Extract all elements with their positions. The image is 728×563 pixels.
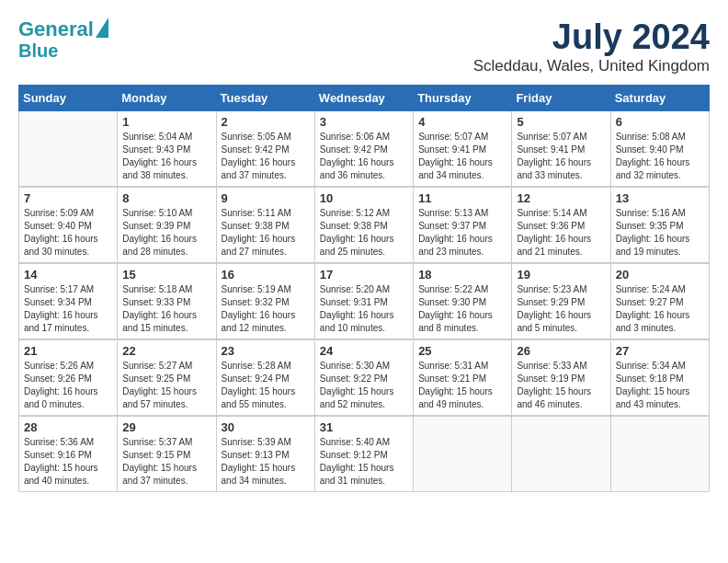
day-number: 5	[517, 115, 605, 129]
calendar-day-cell: 25Sunrise: 5:31 AM Sunset: 9:21 PM Dayli…	[414, 339, 512, 416]
calendar-day-cell: 15Sunrise: 5:18 AM Sunset: 9:33 PM Dayli…	[118, 263, 216, 339]
day-number: 9	[222, 191, 310, 205]
calendar-header-row: SundayMondayTuesdayWednesdayThursdayFrid…	[19, 85, 710, 110]
calendar-day-cell	[414, 416, 512, 492]
calendar-day-cell: 13Sunrise: 5:16 AM Sunset: 9:35 PM Dayli…	[610, 187, 709, 263]
day-info: Sunrise: 5:20 AM Sunset: 9:31 PM Dayligh…	[320, 283, 408, 335]
day-number: 6	[616, 115, 704, 129]
calendar-day-cell: 18Sunrise: 5:22 AM Sunset: 9:30 PM Dayli…	[414, 263, 512, 339]
calendar-week-row: 14Sunrise: 5:17 AM Sunset: 9:34 PM Dayli…	[19, 263, 710, 339]
day-number: 13	[616, 191, 704, 205]
day-info: Sunrise: 5:26 AM Sunset: 9:26 PM Dayligh…	[24, 360, 112, 411]
day-info: Sunrise: 5:17 AM Sunset: 9:34 PM Dayligh…	[24, 283, 112, 335]
calendar-day-cell: 12Sunrise: 5:14 AM Sunset: 9:36 PM Dayli…	[512, 187, 610, 263]
calendar-day-cell: 1Sunrise: 5:04 AM Sunset: 9:43 PM Daylig…	[118, 110, 216, 187]
day-number: 30	[222, 420, 310, 434]
calendar-day-cell: 9Sunrise: 5:11 AM Sunset: 9:38 PM Daylig…	[216, 187, 314, 263]
calendar-day-header: Wednesday	[314, 85, 413, 110]
day-info: Sunrise: 5:12 AM Sunset: 9:38 PM Dayligh…	[320, 207, 408, 259]
calendar-day-cell: 20Sunrise: 5:24 AM Sunset: 9:27 PM Dayli…	[610, 263, 709, 339]
day-number: 21	[24, 344, 112, 358]
day-number: 15	[122, 268, 210, 282]
calendar-day-cell: 31Sunrise: 5:40 AM Sunset: 9:12 PM Dayli…	[314, 416, 413, 492]
calendar-week-row: 28Sunrise: 5:36 AM Sunset: 9:16 PM Dayli…	[19, 416, 710, 492]
calendar-day-cell: 16Sunrise: 5:19 AM Sunset: 9:32 PM Dayli…	[216, 263, 314, 339]
day-info: Sunrise: 5:14 AM Sunset: 9:36 PM Dayligh…	[517, 207, 605, 259]
calendar-day-header: Monday	[118, 85, 216, 110]
calendar-day-header: Sunday	[19, 85, 118, 110]
calendar-week-row: 7Sunrise: 5:09 AM Sunset: 9:40 PM Daylig…	[19, 187, 710, 263]
day-number: 31	[320, 420, 408, 434]
calendar-week-row: 1Sunrise: 5:04 AM Sunset: 9:43 PM Daylig…	[19, 110, 710, 187]
calendar-day-header: Saturday	[610, 85, 709, 110]
day-number: 4	[418, 115, 506, 129]
day-info: Sunrise: 5:33 AM Sunset: 9:19 PM Dayligh…	[517, 360, 605, 411]
calendar-day-cell: 8Sunrise: 5:10 AM Sunset: 9:39 PM Daylig…	[118, 187, 216, 263]
day-number: 20	[616, 268, 704, 282]
day-info: Sunrise: 5:23 AM Sunset: 9:29 PM Dayligh…	[517, 283, 605, 335]
day-number: 8	[122, 191, 210, 205]
day-info: Sunrise: 5:16 AM Sunset: 9:35 PM Dayligh…	[616, 207, 704, 259]
calendar-day-cell	[512, 416, 610, 492]
day-info: Sunrise: 5:10 AM Sunset: 9:39 PM Dayligh…	[122, 207, 210, 259]
day-info: Sunrise: 5:37 AM Sunset: 9:15 PM Dayligh…	[122, 436, 210, 488]
calendar-day-cell: 7Sunrise: 5:09 AM Sunset: 9:40 PM Daylig…	[19, 187, 118, 263]
day-info: Sunrise: 5:34 AM Sunset: 9:18 PM Dayligh…	[616, 360, 704, 411]
day-number: 24	[320, 344, 408, 358]
month-title: July 2024	[473, 18, 710, 57]
calendar-day-cell	[19, 110, 118, 187]
day-number: 7	[24, 191, 112, 205]
day-info: Sunrise: 5:05 AM Sunset: 9:42 PM Dayligh…	[222, 131, 310, 182]
day-info: Sunrise: 5:08 AM Sunset: 9:40 PM Dayligh…	[616, 131, 704, 182]
day-number: 22	[122, 344, 210, 358]
calendar-day-cell: 21Sunrise: 5:26 AM Sunset: 9:26 PM Dayli…	[19, 339, 118, 416]
calendar-day-cell: 28Sunrise: 5:36 AM Sunset: 9:16 PM Dayli…	[19, 416, 118, 492]
day-info: Sunrise: 5:39 AM Sunset: 9:13 PM Dayligh…	[222, 436, 310, 488]
day-number: 1	[122, 115, 210, 129]
calendar-day-cell: 29Sunrise: 5:37 AM Sunset: 9:15 PM Dayli…	[118, 416, 216, 492]
calendar-week-row: 21Sunrise: 5:26 AM Sunset: 9:26 PM Dayli…	[19, 339, 710, 416]
logo-triangle-icon	[96, 17, 108, 38]
day-info: Sunrise: 5:07 AM Sunset: 9:41 PM Dayligh…	[418, 131, 506, 182]
day-number: 3	[320, 115, 408, 129]
calendar-day-cell: 14Sunrise: 5:17 AM Sunset: 9:34 PM Dayli…	[19, 263, 118, 339]
title-block: July 2024 Scleddau, Wales, United Kingdo…	[473, 18, 710, 75]
day-number: 28	[24, 420, 112, 434]
day-info: Sunrise: 5:27 AM Sunset: 9:25 PM Dayligh…	[122, 360, 210, 411]
day-info: Sunrise: 5:28 AM Sunset: 9:24 PM Dayligh…	[222, 360, 310, 411]
calendar-day-cell: 26Sunrise: 5:33 AM Sunset: 9:19 PM Dayli…	[512, 339, 610, 416]
calendar-day-cell: 10Sunrise: 5:12 AM Sunset: 9:38 PM Dayli…	[314, 187, 413, 263]
day-info: Sunrise: 5:40 AM Sunset: 9:12 PM Dayligh…	[320, 436, 408, 488]
calendar-day-cell: 30Sunrise: 5:39 AM Sunset: 9:13 PM Dayli…	[216, 416, 314, 492]
day-number: 2	[222, 115, 310, 129]
logo-blue-text: Blue	[18, 40, 58, 61]
day-number: 11	[418, 191, 506, 205]
calendar-day-cell	[610, 416, 709, 492]
day-info: Sunrise: 5:06 AM Sunset: 9:42 PM Dayligh…	[320, 131, 408, 182]
calendar-day-header: Thursday	[414, 85, 512, 110]
calendar-day-header: Tuesday	[216, 85, 314, 110]
calendar-table: SundayMondayTuesdayWednesdayThursdayFrid…	[18, 85, 710, 492]
day-info: Sunrise: 5:30 AM Sunset: 9:22 PM Dayligh…	[320, 360, 408, 411]
day-number: 14	[24, 268, 112, 282]
day-info: Sunrise: 5:19 AM Sunset: 9:32 PM Dayligh…	[222, 283, 310, 335]
day-info: Sunrise: 5:31 AM Sunset: 9:21 PM Dayligh…	[418, 360, 506, 411]
day-info: Sunrise: 5:24 AM Sunset: 9:27 PM Dayligh…	[616, 283, 704, 335]
day-number: 18	[418, 268, 506, 282]
day-info: Sunrise: 5:36 AM Sunset: 9:16 PM Dayligh…	[24, 436, 112, 488]
day-number: 25	[418, 344, 506, 358]
calendar-day-cell: 17Sunrise: 5:20 AM Sunset: 9:31 PM Dayli…	[314, 263, 413, 339]
day-number: 17	[320, 268, 408, 282]
day-number: 16	[222, 268, 310, 282]
calendar-day-header: Friday	[512, 85, 610, 110]
day-info: Sunrise: 5:04 AM Sunset: 9:43 PM Dayligh…	[122, 131, 210, 182]
calendar-day-cell: 22Sunrise: 5:27 AM Sunset: 9:25 PM Dayli…	[118, 339, 216, 416]
calendar-day-cell: 2Sunrise: 5:05 AM Sunset: 9:42 PM Daylig…	[216, 110, 314, 187]
calendar-day-cell: 3Sunrise: 5:06 AM Sunset: 9:42 PM Daylig…	[314, 110, 413, 187]
logo-text: General	[18, 18, 94, 40]
calendar-day-cell: 24Sunrise: 5:30 AM Sunset: 9:22 PM Dayli…	[314, 339, 413, 416]
calendar-day-cell: 11Sunrise: 5:13 AM Sunset: 9:37 PM Dayli…	[414, 187, 512, 263]
day-number: 23	[222, 344, 310, 358]
logo: General Blue	[18, 18, 108, 61]
calendar-day-cell: 5Sunrise: 5:07 AM Sunset: 9:41 PM Daylig…	[512, 110, 610, 187]
